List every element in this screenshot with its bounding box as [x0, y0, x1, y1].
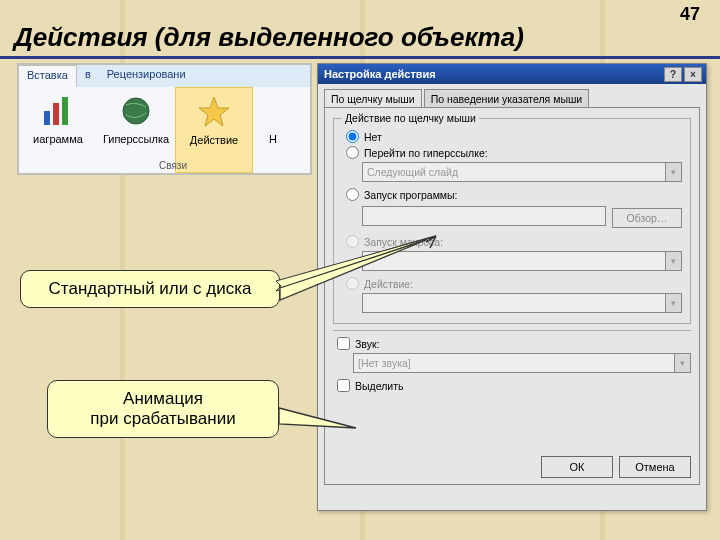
dialog-titlebar[interactable]: Настройка действия ? ×	[318, 64, 706, 84]
box-icon	[255, 93, 291, 129]
callout-text-line1: Анимация	[123, 389, 203, 408]
callout-text-line2: при срабатывании	[90, 409, 235, 428]
callout-text: Стандартный или с диска	[49, 279, 252, 298]
tab-on-hover[interactable]: По наведении указателя мыши	[424, 89, 590, 108]
ribbon-group-label: Связи	[159, 160, 187, 171]
chevron-down-icon: ▾	[665, 294, 681, 312]
tab-on-click[interactable]: По щелчку мыши	[324, 89, 422, 108]
ribbon-tabs: Вставка в Рецензировани	[19, 65, 310, 87]
highlight-label: Выделить	[355, 380, 403, 392]
chevron-down-icon[interactable]: ▾	[674, 354, 690, 372]
svg-rect-1	[53, 103, 59, 125]
sound-label: Звук:	[355, 338, 379, 350]
ribbon-item-label: иаграмма	[33, 133, 83, 145]
callout-pointer-2	[276, 400, 366, 450]
ribbon-tab-insert[interactable]: Вставка	[19, 65, 77, 87]
ribbon-item-label: Действие	[190, 134, 238, 146]
svg-rect-0	[44, 111, 50, 125]
sound-combo-value: [Нет звука]	[358, 357, 411, 369]
separator	[333, 330, 691, 331]
dialog-buttons: ОК Отмена	[541, 456, 691, 478]
page-number: 47	[680, 4, 700, 25]
program-path-field[interactable]	[362, 206, 606, 226]
svg-rect-2	[62, 97, 68, 125]
radio-macro	[346, 235, 359, 248]
cancel-button[interactable]: Отмена	[619, 456, 691, 478]
radio-macro-row: Запуск макроса:	[346, 235, 682, 248]
sound-checkbox[interactable]	[337, 337, 350, 350]
hyperlink-combo[interactable]: Следующий слайд ▾	[362, 162, 682, 182]
svg-marker-5	[199, 97, 229, 126]
ribbon-item-label: Н	[269, 133, 277, 145]
chevron-down-icon: ▾	[665, 252, 681, 270]
chart-icon	[40, 93, 76, 129]
ribbon-item-next[interactable]: Н	[253, 87, 293, 173]
groupbox-legend: Действие по щелчку мыши	[342, 112, 479, 124]
dialog-tabs: По щелчку мыши По наведении указателя мы…	[324, 88, 700, 107]
ribbon-tab-v[interactable]: в	[77, 65, 99, 87]
dialog-title: Настройка действия	[322, 68, 662, 80]
radio-none-label: Нет	[364, 131, 382, 143]
callout-animation: Анимация при срабатывании	[47, 380, 279, 438]
radio-hyperlink[interactable]	[346, 146, 359, 159]
radio-hyperlink-row[interactable]: Перейти по гиперссылке:	[346, 146, 682, 159]
title-underline	[0, 56, 720, 59]
sound-check-row[interactable]: Звук:	[337, 337, 691, 350]
radio-program-label: Запуск программы:	[364, 189, 458, 201]
ribbon-item-chart[interactable]: иаграмма	[19, 87, 97, 173]
hyperlink-combo-value: Следующий слайд	[367, 166, 458, 178]
ribbon-item-label: Гиперссылка	[103, 133, 169, 145]
ribbon-snippet: Вставка в Рецензировани иаграмма Гиперсс…	[17, 63, 312, 175]
radio-program-row[interactable]: Запуск программы:	[346, 188, 682, 201]
browse-button[interactable]: Обзор…	[612, 208, 682, 228]
radio-hyperlink-label: Перейти по гиперссылке:	[364, 147, 488, 159]
ok-button[interactable]: ОК	[541, 456, 613, 478]
chevron-down-icon[interactable]: ▾	[665, 163, 681, 181]
callout-standard-or-disk: Стандартный или с диска	[20, 270, 280, 308]
globe-icon	[118, 93, 154, 129]
help-button[interactable]: ?	[664, 67, 682, 82]
radio-none[interactable]	[346, 130, 359, 143]
callout-pointer-1	[276, 270, 476, 310]
ribbon-tab-review[interactable]: Рецензировани	[99, 65, 194, 87]
highlight-checkbox[interactable]	[337, 379, 350, 392]
radio-program[interactable]	[346, 188, 359, 201]
sound-combo[interactable]: [Нет звука] ▾	[353, 353, 691, 373]
highlight-check-row[interactable]: Выделить	[337, 379, 691, 392]
page-title: Действия (для выделенного объекта)	[14, 22, 524, 53]
svg-marker-7	[279, 408, 356, 428]
star-icon	[196, 94, 232, 130]
radio-none-row[interactable]: Нет	[346, 130, 682, 143]
close-button[interactable]: ×	[684, 67, 702, 82]
